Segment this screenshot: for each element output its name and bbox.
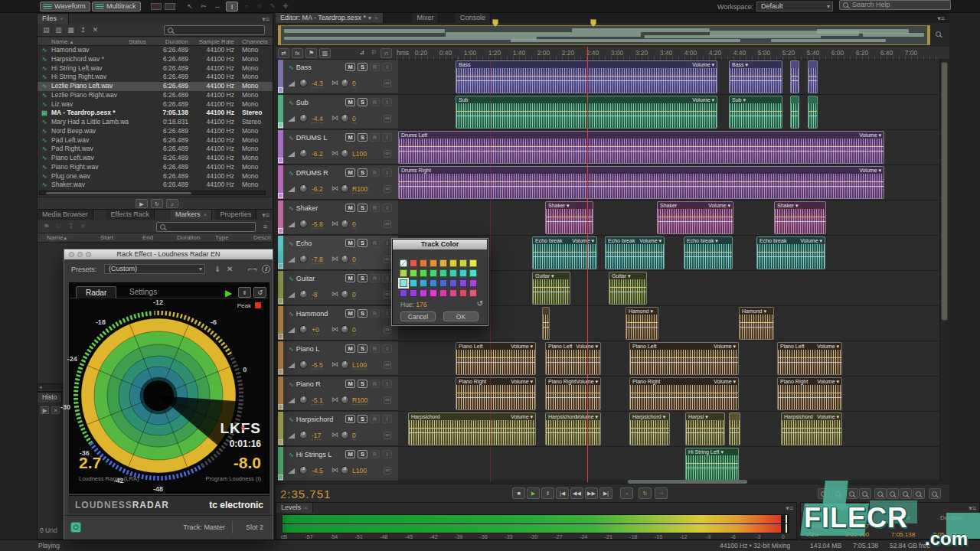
pan-knob[interactable] <box>341 360 349 369</box>
solo-button[interactable]: S <box>358 274 368 282</box>
new-file-icon[interactable]: ▦ <box>66 26 76 34</box>
color-swatch[interactable] <box>459 289 467 297</box>
track-name[interactable]: ∿DRUMS L <box>289 134 327 142</box>
pan-knob[interactable] <box>341 255 349 263</box>
file-row[interactable]: ∿Hamond.wav6:26.48944100 HzMono <box>38 46 273 55</box>
track-header-sub[interactable]: ∿SubMSRI-4.4⋈0∞ <box>278 95 398 129</box>
column-header-descri[interactable]: Descri <box>253 233 271 243</box>
track-name[interactable]: ∿Harpsichord <box>289 416 333 423</box>
volume-envelope-line[interactable] <box>399 181 884 182</box>
pan-knob[interactable] <box>341 79 349 87</box>
value-view-start[interactable]: 0:00.000 <box>845 531 869 538</box>
track-name[interactable]: ∿Sub <box>289 99 309 106</box>
arm-record-button[interactable]: R <box>370 204 380 212</box>
mute-button[interactable]: M <box>345 415 355 423</box>
pan-envelope-line[interactable] <box>546 221 593 222</box>
pan-value[interactable]: L100 <box>352 150 367 158</box>
audio-clip[interactable] <box>790 96 799 129</box>
panel-menu-icon[interactable]: ▾≡ <box>262 15 270 23</box>
marquee-tool[interactable]: ▫ <box>240 2 253 11</box>
volume-envelope-line[interactable] <box>808 76 817 77</box>
arm-record-button[interactable]: R <box>370 380 380 388</box>
waveform-view-button[interactable]: Waveform <box>40 2 90 11</box>
audio-clip[interactable] <box>808 60 818 93</box>
track-color-swatch[interactable] <box>278 334 283 339</box>
pan-knob[interactable] <box>341 396 349 404</box>
color-swatch[interactable] <box>410 289 417 297</box>
markers-column-headers[interactable]: Name ▲StartEndDurationTypeDescri <box>38 233 273 243</box>
track-header-guitar[interactable]: ∿GuitarMSRI-8⋈0∞ <box>278 271 398 305</box>
pan-envelope-line[interactable] <box>782 432 841 433</box>
volume-knob[interactable] <box>299 149 308 158</box>
audio-clip[interactable]: Shaker ▾ <box>545 201 593 234</box>
volume-knob[interactable] <box>299 255 308 263</box>
pan-value[interactable]: 0 <box>352 432 356 440</box>
pan-knob[interactable] <box>341 220 349 228</box>
pan-envelope-line[interactable] <box>730 116 782 116</box>
column-header-name[interactable]: Name ▲ <box>47 233 63 243</box>
track-lane-piano-l[interactable]: Piano LeftVolume ▾Piano LeftVolume ▾Pian… <box>398 341 939 377</box>
solo-button[interactable]: S <box>358 344 368 353</box>
pan-value[interactable]: 0 <box>352 326 356 334</box>
loop-playback-button[interactable]: ↻ <box>639 487 652 499</box>
volume-knob[interactable] <box>299 360 308 369</box>
color-swatch[interactable] <box>449 259 457 267</box>
volume-envelope-line[interactable] <box>456 76 717 77</box>
audio-clip[interactable]: Shaker ▾ <box>774 201 826 234</box>
history-trash-icon[interactable]: ✕ <box>51 406 60 414</box>
pan-value[interactable]: 0 <box>352 256 356 264</box>
search-help-input[interactable]: Search Help <box>839 0 951 10</box>
lasso-tool[interactable]: ○ <box>253 2 266 11</box>
pan-envelope-line[interactable] <box>546 362 600 363</box>
toggle-markers-icon[interactable]: ⚑ <box>305 48 317 58</box>
volume-envelope-line[interactable] <box>606 252 664 253</box>
audio-clip[interactable]: HarpsichordVolume ▾ <box>408 412 536 445</box>
filter-icon[interactable]: ≡ <box>260 223 270 231</box>
color-swatch[interactable] <box>420 279 427 287</box>
audio-clip[interactable]: Echo breakVolume ▾ <box>605 236 665 269</box>
clip-keyframes-icon[interactable]: ∞ <box>384 396 391 404</box>
multitrack-view-button[interactable]: Multitrack <box>92 2 141 11</box>
pause-button[interactable]: ‖ <box>541 487 554 499</box>
color-swatch[interactable] <box>400 279 407 287</box>
audio-clip[interactable]: Hamond ▾ <box>626 307 658 340</box>
pan-envelope-line[interactable] <box>757 256 825 257</box>
column-header-duration[interactable]: Duration <box>177 233 200 243</box>
insert-into-multitrack-icon[interactable]: ↥ <box>78 26 88 34</box>
track-color-swatch[interactable] <box>278 404 283 409</box>
pan-envelope-line[interactable] <box>791 116 799 116</box>
track-lane-shaker[interactable]: Shaker ▾ShakerVolume ▾Shaker ▾ <box>398 201 939 236</box>
info-icon[interactable]: i <box>262 265 270 273</box>
mute-button[interactable]: M <box>345 450 355 458</box>
workspace-dropdown[interactable]: Default <box>756 2 833 11</box>
tab-markers[interactable]: Markers× <box>171 210 212 220</box>
clip-keyframes-icon[interactable]: ∞ <box>384 291 391 298</box>
audio-clip[interactable]: Piano LeftVolume ▾ <box>777 342 842 375</box>
pan-value[interactable]: 0 <box>352 291 356 299</box>
volume-envelope-line[interactable] <box>778 393 841 393</box>
snap-magnet-icon[interactable]: ∩ <box>381 48 392 58</box>
import-file-icon[interactable]: ▥ <box>54 26 64 34</box>
monitor-input-button[interactable]: I <box>382 168 392 177</box>
arm-record-button[interactable]: R <box>370 344 380 353</box>
clip-volume-label[interactable]: Volume ▾ <box>859 132 881 139</box>
pan-envelope-line[interactable] <box>686 432 724 433</box>
track-header-piano-l[interactable]: ∿Piano LMSRI-5.5⋈L100∞ <box>278 341 398 376</box>
file-row[interactable]: ∿Mary Had a Little Lamb.wav0:18.83144100… <box>38 118 273 127</box>
timeline-ruler[interactable]: hms 0:200:401:001:201:402:002:202:403:00… <box>394 47 939 60</box>
color-swatch[interactable] <box>400 259 407 267</box>
clip-volume-label[interactable]: Volume ▾ <box>714 343 736 350</box>
audio-clip[interactable]: Harpsi ▾ <box>685 412 725 445</box>
file-row[interactable]: ∿Harpsichord.wav *6:26.48944100 HzMono <box>38 55 273 64</box>
volume-envelope-line[interactable] <box>808 111 817 112</box>
file-row[interactable]: ∿Shaker.wav6:26.48944100 HzMono <box>38 181 273 190</box>
volume-envelope-line[interactable] <box>543 322 549 323</box>
track-color-swatch[interactable] <box>278 158 283 163</box>
audio-clip[interactable]: HarpsichordVolume ▾ <box>545 412 601 445</box>
close-icon[interactable]: × <box>374 15 378 21</box>
volume-envelope-line[interactable] <box>626 322 658 323</box>
zoom-in-time-button[interactable] <box>818 488 830 499</box>
monitor-input-button[interactable]: I <box>382 204 392 212</box>
files-column-headers[interactable]: Name ▲StatusDurationSample RateChannels <box>38 37 273 46</box>
solo-button[interactable]: S <box>358 450 368 458</box>
